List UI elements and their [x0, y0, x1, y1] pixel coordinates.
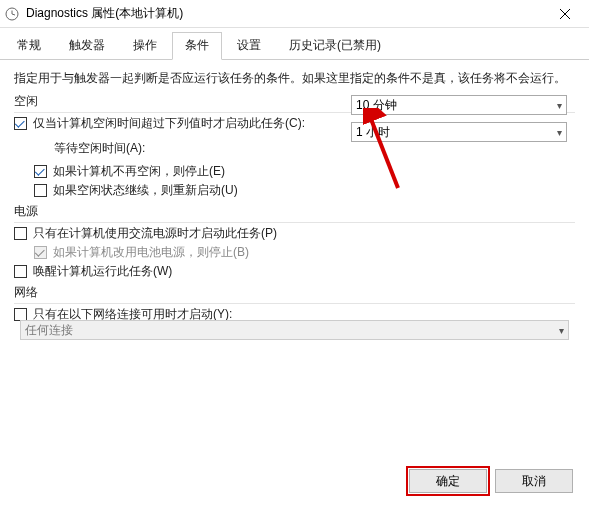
combo-idle-duration[interactable]: 10 分钟 ▾ [351, 95, 567, 115]
label-restart-on-idle: 如果空闲状态继续，则重新启动(U) [53, 182, 238, 199]
label-wait-idle: 等待空闲时间(A): [54, 140, 145, 157]
chevron-down-icon: ▾ [557, 100, 562, 111]
combo-network-connection: 任何连接 ▾ [20, 320, 569, 340]
checkbox-restart-on-idle[interactable] [34, 184, 47, 197]
cancel-button[interactable]: 取消 [495, 469, 573, 493]
checkbox-start-if-idle[interactable] [14, 117, 27, 130]
section-network: 网络 [14, 284, 575, 301]
label-start-on-ac: 只有在计算机使用交流电源时才启动此任务(P) [33, 225, 277, 242]
combo-wait-duration[interactable]: 1 小时 ▾ [351, 122, 567, 142]
checkbox-wake[interactable] [14, 265, 27, 278]
tab-history[interactable]: 历史记录(已禁用) [276, 32, 394, 59]
titlebar: Diagnostics 属性(本地计算机) [0, 0, 589, 28]
tab-bar: 常规 触发器 操作 条件 设置 历史记录(已禁用) [0, 28, 589, 60]
chevron-down-icon: ▾ [559, 325, 564, 336]
tab-conditions[interactable]: 条件 [172, 32, 222, 60]
chevron-down-icon: ▾ [557, 127, 562, 138]
close-icon [560, 9, 570, 19]
label-wake: 唤醒计算机运行此任务(W) [33, 263, 172, 280]
label-stop-if-not-idle: 如果计算机不再空闲，则停止(E) [53, 163, 225, 180]
ok-button[interactable]: 确定 [409, 469, 487, 493]
label-start-if-idle: 仅当计算机空闲时间超过下列值时才启动此任务(C): [33, 115, 305, 132]
checkbox-stop-on-battery [34, 246, 47, 259]
section-power: 电源 [14, 203, 575, 220]
checkbox-stop-if-not-idle[interactable] [34, 165, 47, 178]
svg-line-2 [12, 14, 15, 15]
dialog-buttons: 确定 取消 [409, 469, 573, 493]
window-title: Diagnostics 属性(本地计算机) [26, 5, 545, 22]
checkbox-start-on-ac[interactable] [14, 227, 27, 240]
checkbox-start-on-network[interactable] [14, 308, 27, 321]
label-stop-on-battery: 如果计算机改用电池电源，则停止(B) [53, 244, 249, 261]
tab-settings[interactable]: 设置 [224, 32, 274, 59]
close-button[interactable] [545, 0, 585, 28]
combo-network-value: 任何连接 [25, 322, 559, 339]
combo-wait-duration-value: 1 小时 [356, 124, 557, 141]
clock-icon [4, 6, 20, 22]
tab-general[interactable]: 常规 [4, 32, 54, 59]
combo-idle-duration-value: 10 分钟 [356, 97, 557, 114]
conditions-description: 指定用于与触发器一起判断是否应运行该任务的条件。如果这里指定的条件不是真，该任务… [14, 70, 575, 87]
tab-actions[interactable]: 操作 [120, 32, 170, 59]
tab-triggers[interactable]: 触发器 [56, 32, 118, 59]
